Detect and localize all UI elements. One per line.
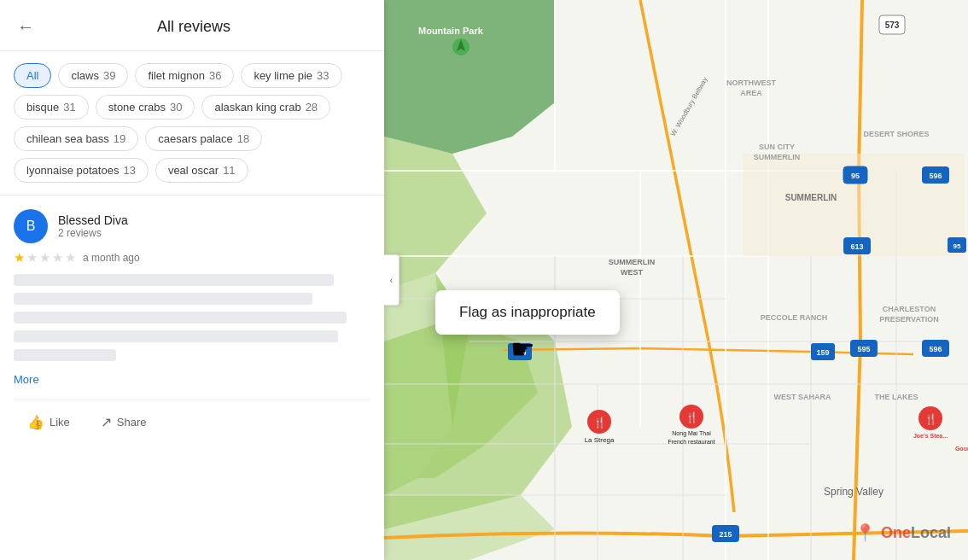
chevron-left-icon: ‹ bbox=[390, 276, 393, 285]
chip-label: claws bbox=[71, 69, 99, 82]
chip-count: 18 bbox=[237, 132, 249, 145]
chip-bisque[interactable]: bisque 31 bbox=[14, 95, 89, 120]
svg-text:WEST SAHARA: WEST SAHARA bbox=[774, 393, 831, 401]
rating-row: ★ ★ ★ ★ ★ a month ago bbox=[14, 250, 370, 265]
svg-text:Nong Mai Thai: Nong Mai Thai bbox=[672, 430, 711, 437]
chip-label: chilean sea bass bbox=[26, 132, 109, 145]
svg-text:THE LAKES: THE LAKES bbox=[874, 393, 918, 401]
svg-text:595: 595 bbox=[857, 345, 870, 353]
review-line bbox=[14, 274, 334, 286]
svg-text:PRESERVATION: PRESERVATION bbox=[879, 315, 939, 324]
chip-count: 28 bbox=[306, 101, 318, 114]
chip-label: All bbox=[26, 69, 38, 82]
avatar: B bbox=[14, 209, 48, 243]
chip-count: 33 bbox=[317, 69, 329, 82]
like-button[interactable]: 👍 Like bbox=[14, 407, 84, 437]
svg-text:159: 159 bbox=[513, 348, 526, 357]
back-button[interactable]: ← bbox=[14, 14, 38, 40]
review-text-lines bbox=[14, 274, 370, 361]
chip-chilean-sea-bass[interactable]: chilean sea bass 19 bbox=[14, 126, 138, 151]
star-4: ★ bbox=[52, 250, 63, 265]
chip-count: 31 bbox=[63, 101, 75, 114]
chip-label: veal oscar bbox=[168, 164, 219, 177]
review-line bbox=[14, 312, 347, 324]
flag-inappropriate-tooltip[interactable]: Flag as inappropriate bbox=[435, 290, 620, 335]
svg-text:95: 95 bbox=[953, 242, 961, 250]
star-5: ★ bbox=[65, 250, 76, 265]
reviewer-name: Blessed Diva bbox=[58, 213, 128, 227]
chip-count: 13 bbox=[123, 164, 135, 177]
star-3: ★ bbox=[39, 250, 50, 265]
svg-text:Gour...: Gour... bbox=[955, 446, 968, 452]
brand-logo: 📍 OneLocal bbox=[854, 522, 951, 543]
review-line bbox=[14, 293, 312, 305]
svg-text:NORTHWEST: NORTHWEST bbox=[726, 79, 776, 87]
brand-text-local: Local bbox=[911, 524, 951, 541]
svg-text:French restaurant: French restaurant bbox=[668, 439, 714, 445]
svg-text:95: 95 bbox=[851, 172, 860, 180]
svg-text:DESERT SHORES: DESERT SHORES bbox=[863, 130, 929, 138]
svg-text:Spring Valley: Spring Valley bbox=[824, 486, 883, 498]
like-icon: 👍 bbox=[27, 414, 44, 430]
review-line bbox=[14, 330, 338, 342]
chip-alaskan-king-crab[interactable]: alaskan king crab 28 bbox=[201, 95, 330, 120]
chip-lyonnaise-potatoes[interactable]: lyonnaise potatoes 13 bbox=[14, 158, 149, 183]
chip-caesars-palace[interactable]: caesars palace 18 bbox=[145, 126, 262, 151]
star-2: ★ bbox=[26, 250, 38, 265]
star-1: ★ bbox=[14, 250, 25, 265]
more-link[interactable]: More bbox=[14, 373, 39, 386]
review-time: a month ago bbox=[83, 252, 140, 264]
chip-label: filet mignon bbox=[148, 69, 204, 82]
share-icon: ↗ bbox=[101, 414, 112, 430]
svg-text:215: 215 bbox=[719, 530, 732, 539]
svg-text:Joe's Stea...: Joe's Stea... bbox=[913, 433, 948, 439]
svg-text:SUN CITY: SUN CITY bbox=[759, 143, 795, 151]
chip-label: stone crabs bbox=[108, 101, 166, 114]
svg-text:159: 159 bbox=[816, 348, 829, 357]
review-line bbox=[14, 349, 116, 361]
chip-count: 19 bbox=[114, 132, 125, 145]
svg-text:WEST: WEST bbox=[621, 268, 644, 277]
chip-key-lime-pie[interactable]: key lime pie 33 bbox=[241, 63, 341, 88]
svg-text:La Strega: La Strega bbox=[585, 436, 615, 444]
svg-text:🍴: 🍴 bbox=[924, 412, 937, 425]
chip-label: key lime pie bbox=[254, 69, 312, 82]
share-button[interactable]: ↗ Share bbox=[87, 407, 160, 437]
collapse-button[interactable]: ‹ bbox=[384, 254, 399, 306]
chip-veal-oscar[interactable]: veal oscar 11 bbox=[155, 158, 248, 183]
chip-count: 30 bbox=[170, 101, 182, 114]
chip-count: 11 bbox=[223, 164, 235, 177]
svg-text:613: 613 bbox=[850, 242, 863, 251]
brand-name: OneLocal bbox=[881, 524, 951, 542]
action-row: 👍 Like ↗ Share bbox=[14, 400, 370, 437]
brand-pin-icon: 📍 bbox=[854, 522, 876, 543]
chip-label: alaskan king crab bbox=[214, 101, 300, 114]
svg-text:CHARLESTON: CHARLESTON bbox=[883, 305, 936, 313]
filter-chips: All claws 39 filet mignon 36 key lime pi… bbox=[0, 51, 384, 195]
star-rating: ★ ★ ★ ★ ★ bbox=[14, 250, 76, 265]
chip-all[interactable]: All bbox=[14, 63, 51, 88]
chip-label: lyonnaise potatoes bbox=[26, 164, 119, 177]
share-label: Share bbox=[117, 416, 147, 429]
chip-stone-crabs[interactable]: stone crabs 30 bbox=[96, 95, 195, 120]
svg-text:PECCOLE RANCH: PECCOLE RANCH bbox=[761, 313, 828, 322]
panel-title: All reviews bbox=[51, 18, 336, 36]
chip-claws[interactable]: claws 39 bbox=[58, 63, 128, 88]
flag-tooltip-label: Flag as inappropriate bbox=[459, 304, 596, 320]
map-svg: 573 95 596 613 95 595 596 159 159 215 Mo… bbox=[384, 0, 968, 560]
chip-count: 36 bbox=[209, 69, 221, 82]
reviewer-info: Blessed Diva 2 reviews bbox=[58, 213, 128, 239]
svg-text:🍴: 🍴 bbox=[593, 416, 606, 429]
svg-text:596: 596 bbox=[929, 345, 942, 353]
svg-text:SUMMERLIN: SUMMERLIN bbox=[785, 193, 837, 202]
chip-label: bisque bbox=[26, 101, 59, 114]
reviewer-header: B Blessed Diva 2 reviews bbox=[14, 209, 370, 243]
chip-filet-mignon[interactable]: filet mignon 36 bbox=[135, 63, 234, 88]
map-panel[interactable]: ‹ bbox=[384, 0, 968, 560]
chip-count: 39 bbox=[103, 69, 115, 82]
svg-text:🍴: 🍴 bbox=[685, 411, 698, 423]
reviews-panel: ← All reviews All claws 39 filet mignon … bbox=[0, 0, 384, 560]
svg-text:596: 596 bbox=[929, 172, 942, 180]
svg-text:SUMMERLIN: SUMMERLIN bbox=[609, 258, 656, 266]
back-icon: ← bbox=[17, 17, 34, 37]
